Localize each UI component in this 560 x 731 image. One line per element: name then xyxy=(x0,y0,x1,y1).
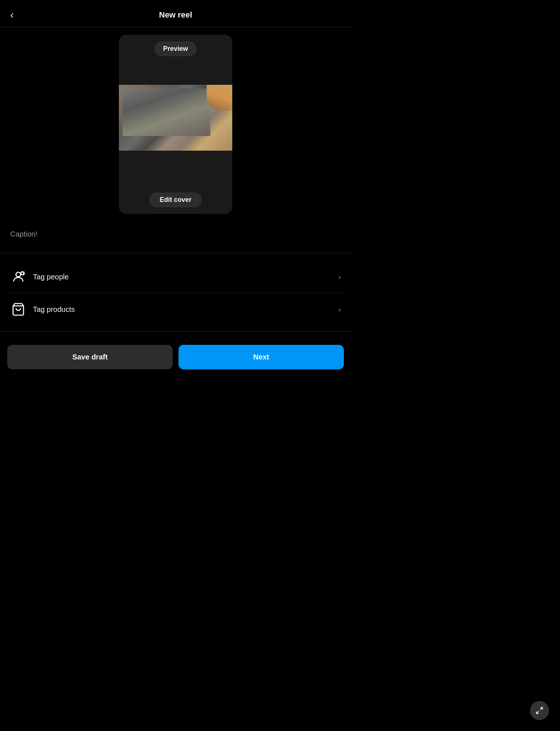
header: ‹ New reel xyxy=(0,0,351,27)
save-draft-button[interactable]: Save draft xyxy=(7,345,173,369)
preview-badge[interactable]: Preview xyxy=(154,41,197,56)
video-thumbnail-inner xyxy=(119,85,232,151)
svg-point-0 xyxy=(16,272,21,277)
caption-divider xyxy=(0,253,351,253)
bottom-divider xyxy=(0,331,351,332)
tag-products-item[interactable]: Tag products › xyxy=(7,293,344,325)
reel-card: Preview Edit cover xyxy=(119,35,232,214)
edit-cover-button[interactable]: Edit cover xyxy=(149,192,202,207)
menu-items: Tag people › Tag products › xyxy=(0,261,351,325)
preview-label: Preview xyxy=(163,45,188,52)
tag-people-icon xyxy=(10,269,26,285)
header-divider xyxy=(0,27,351,27)
preview-section: Preview Edit cover xyxy=(0,35,351,214)
edit-cover-label: Edit cover xyxy=(159,196,191,203)
tag-people-label: Tag people xyxy=(33,273,338,281)
svg-line-5 xyxy=(24,274,25,275)
back-button[interactable]: ‹ xyxy=(7,6,16,24)
tag-products-icon xyxy=(10,301,26,317)
svg-point-1 xyxy=(21,272,24,275)
next-button[interactable]: Next xyxy=(178,345,344,369)
page-title: New reel xyxy=(159,10,192,20)
tag-products-label: Tag products xyxy=(33,305,338,314)
video-thumbnail xyxy=(119,85,232,151)
svg-line-3 xyxy=(24,272,25,272)
caption-section: Caption! xyxy=(0,221,351,246)
back-icon: ‹ xyxy=(10,9,14,21)
bottom-actions: Save draft Next xyxy=(0,338,351,384)
caption-text[interactable]: Caption! xyxy=(10,230,38,238)
tag-products-chevron-icon: › xyxy=(338,305,341,314)
tag-people-chevron-icon: › xyxy=(338,273,341,281)
tag-people-item[interactable]: Tag people › xyxy=(7,261,344,293)
